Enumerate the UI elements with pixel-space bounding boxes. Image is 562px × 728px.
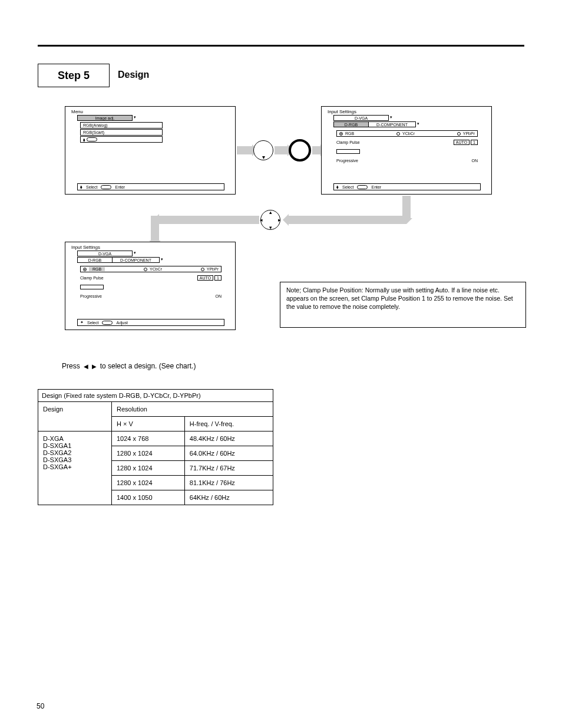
triangle-right-icon: ▸ bbox=[278, 217, 281, 223]
updown-icon: ▴▾ bbox=[336, 185, 339, 189]
freq-1: 64.0KHz / 60Hz bbox=[184, 446, 273, 461]
clamp-label: Clamp Pulse bbox=[336, 140, 360, 144]
help-enter: Enter bbox=[371, 185, 381, 189]
updown-icon: ▴▾ bbox=[83, 138, 85, 141]
help-adjust: Adjust bbox=[116, 321, 127, 325]
col-design: Design bbox=[38, 402, 112, 431]
enter-pill-icon bbox=[102, 321, 113, 325]
arrow-icon bbox=[289, 216, 406, 224]
osd2-tab2row: D-RGB D-COMPONENT ▾ bbox=[333, 121, 428, 127]
res-3: 1280 x 1024 bbox=[112, 476, 185, 490]
clamp-auto[interactable]: AUTO bbox=[454, 140, 470, 145]
chevron-down-icon: ▾ bbox=[133, 251, 136, 256]
osd2-title: Input Settings bbox=[328, 109, 356, 114]
osd2-tab1row: D-VGA ▾ bbox=[333, 115, 392, 121]
osd1-row-2[interactable]: RGB(Scart) bbox=[80, 129, 163, 136]
slider-icon[interactable] bbox=[336, 149, 360, 154]
chevron-down-icon: ▾ bbox=[389, 115, 392, 121]
osd2-helpbar: ▴▾ Select Enter bbox=[333, 183, 481, 190]
radio-label-2: YCbCr bbox=[402, 131, 415, 136]
radio-label-3: YPbPr bbox=[463, 131, 475, 136]
osd3-slider-row[interactable] bbox=[80, 285, 222, 289]
osd1-title: Menu bbox=[71, 109, 83, 114]
osd1-row1-text: RGB(Analog) bbox=[83, 123, 108, 127]
instruction-line: Press ◀ ▶ to select a design. (See chart… bbox=[62, 362, 196, 370]
radio-label-2: YCbCr bbox=[150, 267, 162, 271]
osd2-tab-a[interactable]: D-VGA bbox=[333, 115, 389, 121]
osd2-tab-b[interactable]: D-RGB bbox=[333, 121, 369, 127]
slider-icon[interactable] bbox=[80, 285, 104, 289]
arrow-icon bbox=[237, 146, 252, 154]
step-label-box: Step 5 bbox=[38, 64, 110, 87]
osd3-tab-c[interactable]: D-COMPONENT bbox=[113, 257, 160, 263]
osd3-tab-a[interactable]: D-VGA bbox=[77, 251, 133, 256]
triangle-left-icon: ◂ bbox=[260, 217, 263, 223]
enter-button[interactable] bbox=[289, 139, 311, 162]
help-select: Select bbox=[86, 185, 97, 189]
osd1-row-1[interactable]: RGB(Analog) bbox=[80, 122, 163, 129]
res-0: 1024 x 768 bbox=[112, 431, 185, 446]
radio-icon[interactable] bbox=[396, 132, 400, 136]
design-4: D-SXGA+ bbox=[43, 463, 72, 470]
triangle-left-icon: ◀ bbox=[84, 363, 88, 370]
osd1-tab-1[interactable]: Image adj. bbox=[77, 115, 133, 121]
step-title: Design bbox=[118, 70, 149, 80]
design-table: Design (Fixed rate system D-RGB, D-YCbCr… bbox=[38, 389, 273, 505]
radio-icon[interactable] bbox=[457, 132, 461, 136]
osd2-tab-c[interactable]: D-COMPONENT bbox=[369, 121, 416, 127]
osd3-helpbar: ✦ Select Adjust bbox=[77, 319, 224, 326]
radio-icon[interactable] bbox=[144, 268, 147, 271]
clamp-value[interactable]: 1 bbox=[214, 275, 222, 281]
design-3: D-SXGA3 bbox=[43, 456, 71, 463]
design-2: D-SXGA2 bbox=[43, 449, 71, 456]
table-row: D-XGA D-SXGA1 D-SXGA2 D-SXGA3 D-SXGA+ 10… bbox=[38, 431, 273, 446]
osd3-tab-b[interactable]: D-RGB bbox=[77, 257, 113, 263]
help-enter: Enter bbox=[115, 185, 125, 189]
osd1-helpbar: ▴▾ Select Enter bbox=[77, 183, 224, 190]
radio-on-icon[interactable] bbox=[83, 268, 87, 271]
arrow-down-icon bbox=[151, 216, 159, 241]
osd2-clamp-row: Clamp Pulse AUTO 1 bbox=[336, 140, 478, 145]
radio-icon[interactable] bbox=[201, 268, 204, 271]
instr-suffix: to select a design. (See chart.) bbox=[100, 362, 196, 370]
instr-prefix: Press bbox=[62, 362, 80, 370]
table-header: Design (Fixed rate system D-RGB, D-YCbCr… bbox=[38, 390, 273, 402]
res-2: 1280 x 1024 bbox=[112, 461, 185, 476]
osd-panel-1: Menu Image adj. ▾ RGB(Analog) RGB(Scart)… bbox=[65, 106, 236, 195]
note-text: Clamp Pulse Position: Normally use with … bbox=[286, 286, 513, 310]
arrow-vert bbox=[402, 196, 411, 218]
chevron-down-icon: ▾ bbox=[160, 257, 163, 263]
sub-freq: H-freq. / V-freq. bbox=[184, 417, 273, 431]
step-label: Step 5 bbox=[58, 70, 90, 82]
osd1-tabs: Image adj. ▾ bbox=[77, 115, 136, 121]
freq-4: 64KHz / 60Hz bbox=[184, 490, 273, 505]
arrow-icon bbox=[159, 216, 259, 224]
clamp-auto[interactable]: AUTO bbox=[197, 275, 213, 281]
freq-3: 81.1KHz / 76Hz bbox=[184, 476, 273, 490]
chevron-down-icon: ▾ bbox=[416, 121, 419, 127]
res-1: 1280 x 1024 bbox=[112, 446, 185, 461]
rule-top bbox=[38, 45, 524, 47]
arrow-icon bbox=[275, 146, 287, 154]
radio-label-1-sel: RGB bbox=[89, 267, 105, 271]
clamp-label: Clamp Pulse bbox=[80, 276, 104, 280]
dpad-nav-button[interactable]: ◂ ▸ bbox=[260, 210, 280, 230]
osd2-slider-row[interactable] bbox=[336, 149, 478, 154]
osd3-tab2row: D-RGB D-COMPONENT ▾ bbox=[77, 257, 171, 263]
radio-on-icon[interactable] bbox=[339, 132, 343, 136]
dpad-icon: ✦ bbox=[80, 320, 84, 325]
osd-panel-2: Input Settings D-VGA ▾ D-RGB D-COMPONENT… bbox=[321, 106, 492, 195]
osd3-radio-row[interactable]: RGB YCbCr YPbPr bbox=[80, 266, 222, 272]
clamp-value[interactable]: 1 bbox=[471, 140, 478, 145]
design-0: D-XGA bbox=[43, 435, 64, 442]
osd1-row-3[interactable]: ▴▾ bbox=[80, 136, 163, 143]
prog-label: Progressive bbox=[80, 294, 102, 298]
pill-icon bbox=[87, 137, 97, 141]
enter-pill-icon bbox=[101, 185, 111, 189]
osd-panel-3: Input Settings D-VGA ▾ D-RGB D-COMPONENT… bbox=[65, 242, 236, 330]
arrow-icon bbox=[312, 146, 320, 154]
osd3-prog-row: Progressive ON bbox=[80, 294, 222, 298]
osd2-radio-row[interactable]: RGB YCbCr YPbPr bbox=[336, 130, 478, 137]
radio-label-3: YPbPr bbox=[207, 267, 219, 271]
dpad-down-button[interactable] bbox=[253, 140, 273, 160]
